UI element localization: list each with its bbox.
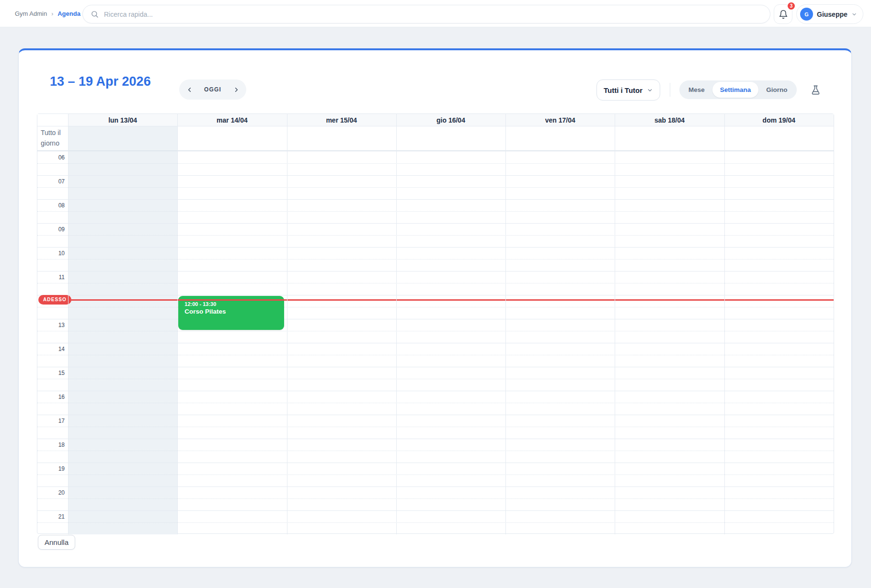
- hour-label: 10: [37, 250, 65, 257]
- day-column[interactable]: [68, 151, 177, 534]
- hour-label: 18: [37, 441, 65, 448]
- chevron-down-icon: [647, 87, 653, 93]
- breadcrumb-separator-icon: ›: [51, 11, 53, 17]
- day-header: mar 14/04: [177, 114, 287, 126]
- column-separator: [615, 114, 615, 534]
- all-day-label: Tutto il giorno: [37, 126, 68, 150]
- search-box: [82, 5, 770, 23]
- notification-badge: 3: [787, 1, 796, 11]
- chevron-left-icon: [186, 86, 193, 93]
- date-navigation: OGGI: [179, 79, 246, 100]
- day-column[interactable]: [396, 151, 505, 534]
- day-header: mer 15/04: [287, 114, 396, 126]
- day-column[interactable]: [505, 151, 615, 534]
- day-column[interactable]: [724, 151, 834, 534]
- prev-week-button[interactable]: [179, 79, 199, 100]
- all-day-cell[interactable]: [177, 126, 287, 150]
- now-indicator-label: ADESSO: [38, 295, 71, 305]
- chevron-right-icon: [233, 86, 240, 93]
- breadcrumb: Gym Admin › Agenda: [15, 0, 80, 27]
- grid-header-row: lun 13/04mar 14/04mer 15/04gio 16/04ven …: [37, 114, 834, 126]
- notifications-button[interactable]: 3: [774, 4, 792, 24]
- all-day-cell[interactable]: [615, 126, 724, 150]
- next-week-button[interactable]: [226, 79, 246, 100]
- toolbar-divider: [670, 83, 670, 97]
- calendar-event[interactable]: 12:00 - 13:30Corso Pilates: [178, 296, 284, 330]
- hour-label: 21: [37, 513, 65, 520]
- all-day-cell[interactable]: [505, 126, 615, 150]
- flask-icon: [810, 85, 821, 96]
- column-separator: [396, 114, 397, 534]
- bell-icon: [779, 10, 788, 19]
- search-icon: [91, 10, 99, 18]
- view-button-settimana[interactable]: Settimana: [712, 82, 759, 98]
- all-day-cell[interactable]: [724, 126, 834, 150]
- view-toggle: MeseSettimanaGiorno: [679, 80, 797, 99]
- now-indicator-line: [65, 299, 834, 301]
- column-separator: [724, 114, 725, 534]
- day-header: sab 18/04: [615, 114, 724, 126]
- day-header: ven 17/04: [505, 114, 615, 126]
- hour-label: 20: [37, 489, 65, 496]
- all-day-row: Tutto il giorno: [37, 126, 834, 151]
- view-button-giorno[interactable]: Giorno: [758, 82, 795, 98]
- day-column[interactable]: [177, 151, 287, 534]
- hour-label: 07: [37, 178, 65, 185]
- tutor-filter-dropdown[interactable]: Tutti i Tutor: [596, 79, 660, 101]
- column-separator: [68, 114, 69, 534]
- all-day-cell[interactable]: [396, 126, 505, 150]
- column-separator: [505, 114, 506, 534]
- hour-label: 14: [37, 346, 65, 352]
- flask-button[interactable]: [805, 80, 825, 100]
- calendar-grid: lun 13/04mar 14/04mer 15/04gio 16/04ven …: [37, 113, 834, 534]
- all-day-cell[interactable]: [287, 126, 396, 150]
- hour-label: 09: [37, 226, 65, 233]
- hour-label: 15: [37, 370, 65, 376]
- column-separator: [287, 114, 287, 534]
- hour-label: 08: [37, 202, 65, 209]
- hour-label: 16: [37, 394, 65, 400]
- user-name: Giuseppe: [817, 11, 848, 18]
- cancel-button[interactable]: Annulla: [38, 535, 75, 550]
- day-header: dom 19/04: [724, 114, 834, 126]
- hours-area: 0607080910111213141516171819202112:00 - …: [37, 151, 834, 534]
- breadcrumb-root[interactable]: Gym Admin: [15, 10, 47, 17]
- user-menu[interactable]: G Giuseppe: [796, 4, 863, 24]
- chevron-down-icon: [851, 11, 857, 17]
- hour-label: 19: [37, 465, 65, 472]
- hour-label: 06: [37, 154, 65, 161]
- date-range-title: 13 – 19 Apr 2026: [50, 74, 151, 89]
- agenda-card: 13 – 19 Apr 2026 OGGI Tutti i Tutor Mese…: [18, 48, 852, 567]
- hour-label: 11: [37, 274, 65, 281]
- breadcrumb-current: Agenda: [57, 10, 80, 17]
- all-day-cell[interactable]: [68, 126, 177, 150]
- avatar: G: [800, 8, 813, 21]
- hour-label: 17: [37, 418, 65, 424]
- search-input[interactable]: [104, 11, 762, 18]
- event-title: Corso Pilates: [184, 308, 277, 315]
- event-time: 12:00 - 13:30: [184, 301, 277, 307]
- view-button-mese[interactable]: Mese: [681, 82, 712, 98]
- tutor-filter-label: Tutti i Tutor: [604, 86, 642, 94]
- hour-label: 13: [37, 322, 65, 328]
- day-header: gio 16/04: [396, 114, 505, 126]
- day-column[interactable]: [287, 151, 396, 534]
- grid-header-gutter: [37, 114, 68, 126]
- day-column[interactable]: [615, 151, 724, 534]
- day-header: lun 13/04: [68, 114, 177, 126]
- today-button[interactable]: OGGI: [199, 86, 226, 93]
- topbar: Gym Admin › Agenda 3 G Giuseppe: [0, 0, 871, 27]
- column-separator: [177, 114, 178, 534]
